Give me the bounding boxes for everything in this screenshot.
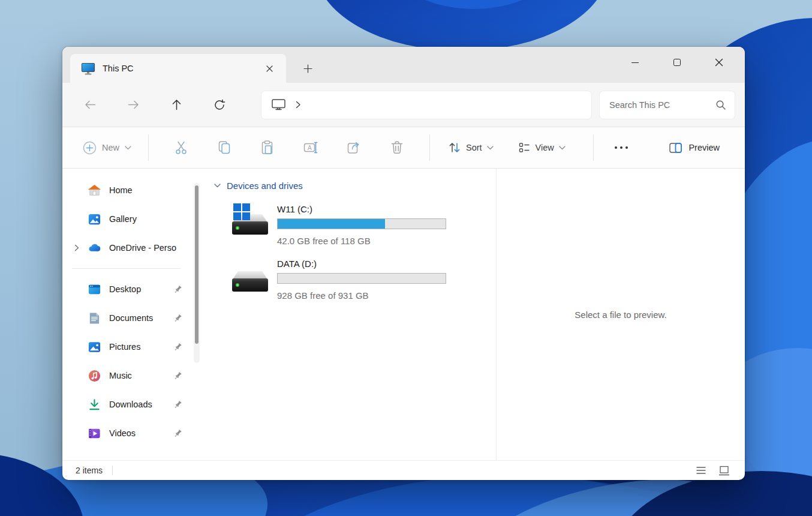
sidebar-item-desktop[interactable]: Desktop (62, 275, 207, 304)
refresh-button[interactable] (206, 92, 233, 118)
videos-icon (88, 427, 101, 440)
chevron-down-icon (487, 146, 494, 150)
minimize-button[interactable] (617, 47, 653, 78)
toolbar-divider (593, 134, 594, 161)
drive-capacity-bar (277, 218, 446, 229)
sidebar-item-onedrive[interactable]: OneDrive - Perso (62, 233, 207, 262)
sort-button[interactable]: Sort (441, 136, 501, 159)
hard-drive-icon (231, 258, 269, 293)
sidebar-item-videos[interactable]: Videos (62, 419, 207, 448)
search-icon[interactable] (715, 100, 726, 110)
more-options-button[interactable] (607, 133, 636, 162)
tab-close-button[interactable] (261, 60, 278, 77)
sidebar-item-gallery[interactable]: Gallery (62, 205, 207, 233)
copy-button[interactable] (210, 133, 239, 162)
preview-pane: Select a file to preview. (496, 169, 745, 460)
large-icons-view-icon (718, 466, 730, 476)
breadcrumb-chevron[interactable] (296, 101, 301, 109)
drive-item-d[interactable]: DATA (D:) 928 GB free of 931 GB (231, 258, 496, 302)
drive-name: DATA (D:) (277, 258, 446, 270)
share-button[interactable] (339, 133, 368, 162)
paste-button[interactable] (253, 133, 282, 162)
large-icons-view-button[interactable] (717, 464, 730, 476)
arrow-right-icon (127, 98, 140, 111)
view-label: View (536, 143, 554, 152)
devices-and-drives-header[interactable]: Devices and drives (213, 178, 496, 193)
drive-free-space: 42.0 GB free of 118 GB (277, 235, 446, 247)
refresh-icon (213, 98, 226, 112)
minimize-icon (631, 62, 639, 63)
plus-icon (303, 64, 312, 73)
documents-icon (88, 311, 101, 325)
status-divider (112, 466, 113, 475)
maximize-button[interactable] (659, 47, 695, 78)
close-icon (715, 58, 723, 67)
desktop-icon (88, 283, 101, 296)
expand-chevron-icon[interactable] (74, 244, 88, 251)
system-drive-icon (231, 203, 269, 238)
window-controls (611, 47, 737, 78)
delete-button[interactable] (383, 133, 411, 162)
home-icon (88, 184, 101, 197)
sidebar-item-home[interactable]: Home (62, 176, 207, 205)
view-icon (518, 141, 531, 154)
tab-this-pc[interactable]: This PC (70, 54, 286, 83)
sidebar-scrollbar-thumb[interactable] (195, 185, 199, 344)
toolbar-divider (429, 134, 430, 161)
chevron-down-icon (559, 146, 566, 150)
new-tab-button[interactable] (296, 58, 320, 79)
cut-button[interactable] (167, 133, 196, 162)
search-box (600, 91, 735, 119)
sidebar-item-documents[interactable]: Documents (62, 304, 207, 332)
search-input[interactable] (609, 100, 715, 110)
address-bar[interactable] (261, 91, 591, 119)
chevron-down-icon (214, 184, 221, 188)
this-pc-breadcrumb-icon (271, 98, 286, 111)
new-button-label: New (102, 143, 119, 152)
gallery-icon (88, 212, 101, 226)
downloads-icon (88, 398, 101, 412)
ellipsis-icon (613, 145, 629, 150)
tab-title: This PC (103, 64, 261, 73)
rename-button[interactable]: A (296, 133, 325, 162)
up-button[interactable] (163, 92, 190, 118)
content-area: Home Gallery (62, 169, 745, 460)
sort-icon (448, 141, 461, 154)
titlebar: This PC (62, 47, 745, 83)
pin-icon (173, 371, 183, 381)
details-view-button[interactable] (694, 464, 708, 476)
command-toolbar: New (62, 127, 745, 169)
navigation-bar (62, 83, 745, 127)
drive-capacity-fill (278, 219, 385, 229)
preview-placeholder-text: Select a file to preview. (575, 310, 666, 320)
drive-item-c[interactable]: W11 (C:) 42.0 GB free of 118 GB (231, 203, 496, 247)
view-button[interactable]: View (510, 136, 573, 159)
sidebar-item-music[interactable]: Music (62, 361, 207, 390)
chevron-down-icon (125, 146, 131, 150)
pin-icon (173, 428, 183, 439)
file-explorer-window: This PC (62, 47, 745, 480)
copy-icon (216, 140, 232, 155)
pictures-icon (88, 340, 101, 354)
trash-icon (389, 140, 405, 155)
arrow-left-icon (84, 98, 97, 111)
maximize-icon (673, 59, 681, 66)
forward-button[interactable] (120, 92, 146, 118)
sidebar-item-downloads[interactable]: Downloads (62, 390, 207, 419)
status-bar: 2 items (62, 460, 745, 480)
preview-pane-icon (669, 142, 682, 154)
paste-icon (260, 140, 275, 155)
back-button[interactable] (77, 92, 103, 118)
sidebar-item-pictures[interactable]: Pictures (62, 332, 207, 361)
preview-toggle-button[interactable]: Preview (661, 137, 727, 159)
close-button[interactable] (701, 47, 737, 78)
file-list-pane: Devices and drives (207, 169, 496, 460)
drive-capacity-bar (277, 273, 446, 284)
cut-icon (173, 140, 189, 155)
items-count: 2 items (76, 466, 103, 475)
sidebar-divider (72, 268, 181, 269)
drive-name: W11 (C:) (277, 203, 446, 215)
drive-free-space: 928 GB free of 931 GB (277, 290, 446, 302)
onedrive-icon (88, 241, 101, 255)
new-button[interactable]: New (77, 136, 137, 160)
